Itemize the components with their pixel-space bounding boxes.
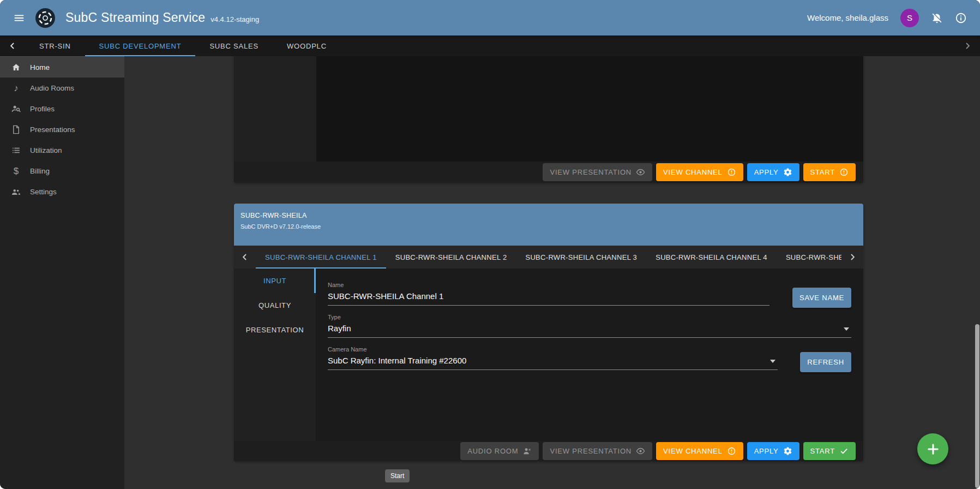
welcome-text: Welcome, sheila.glass <box>807 13 888 22</box>
chevron-left-icon[interactable] <box>234 246 256 269</box>
channel-tabs-scroller: SUBC-RWR-SHEILA CHANNEL 1 SUBC-RWR-SHEIL… <box>256 246 841 269</box>
channel-tab-1[interactable]: SUBC-RWR-SHEILA CHANNEL 1 <box>256 246 386 269</box>
chevron-down-icon <box>770 360 775 363</box>
alert-circle-icon <box>727 446 736 456</box>
org-tab-str-sin[interactable]: STR-SIN <box>25 35 85 56</box>
tab-input[interactable]: INPUT <box>234 269 316 293</box>
main-content: VIEW PRESENTATION VIEW CHANNEL APPLY STA… <box>124 56 980 489</box>
channel-tab-label: SUBC-RWR-SHEILA CHANNEL 2 <box>395 253 507 261</box>
avatar[interactable]: S <box>900 9 919 27</box>
sidebar-item-home[interactable]: Home <box>0 57 124 77</box>
sidebar: Home ♪ Audio Rooms Profiles Presentation… <box>0 56 124 489</box>
type-row: Type Rayfin <box>328 314 851 338</box>
sidebar-item-profiles[interactable]: Profiles <box>0 98 124 119</box>
start-button[interactable]: START <box>803 442 856 460</box>
sidebar-item-settings[interactable]: Settings <box>0 181 124 202</box>
sidebar-item-label: Audio Rooms <box>30 84 74 92</box>
input-form: Name SUBC-RWR-SHEILA Channel 1 SAVE NAME… <box>316 269 863 441</box>
device-card-top-body <box>234 56 863 162</box>
camera-name-select[interactable]: SubC Rayfin: Internal Training #22600 <box>328 356 778 370</box>
add-device-fab[interactable] <box>917 433 948 464</box>
app-bar: SubC Streaming Service v4.4.12-staging W… <box>0 0 980 35</box>
notifications-off-icon[interactable] <box>931 12 943 24</box>
sidebar-item-label: Utilization <box>30 146 62 154</box>
chevron-right-icon[interactable] <box>955 35 980 56</box>
audio-room-button[interactable]: AUDIO ROOM <box>460 442 539 460</box>
button-label: VIEW CHANNEL <box>663 168 723 176</box>
vertical-scrollbar[interactable] <box>975 324 979 488</box>
button-label: VIEW PRESENTATION <box>550 168 632 176</box>
view-presentation-button[interactable]: VIEW PRESENTATION <box>543 442 652 460</box>
device-card-top-sidecolumn <box>234 56 316 162</box>
name-label: Name <box>328 282 769 288</box>
device-card-footer: AUDIO ROOM VIEW PRESENTATION VIEW CHANNE… <box>234 441 863 461</box>
button-label: SAVE NAME <box>799 294 844 302</box>
info-icon[interactable] <box>955 12 967 24</box>
subc-logo <box>35 8 56 28</box>
chevron-down-icon <box>844 327 849 331</box>
apply-button[interactable]: APPLY <box>747 442 799 460</box>
person-search-icon <box>11 104 21 114</box>
view-presentation-button[interactable]: VIEW PRESENTATION <box>543 163 652 181</box>
channel-tab-label: SUBC-RWR-SHEILA CHANNEL 1 <box>265 253 377 261</box>
org-tab-label: SUBC SALES <box>209 42 258 50</box>
type-value: Rayfin <box>328 324 351 333</box>
name-input[interactable]: SUBC-RWR-SHEILA Channel 1 <box>328 291 769 306</box>
org-tab-label: STR-SIN <box>39 42 71 50</box>
channel-tab-label: SUBC-RWR-SHEILA CHANNEL 3 <box>525 253 637 261</box>
sidebar-item-label: Profiles <box>30 105 55 113</box>
alert-circle-icon <box>839 168 849 177</box>
channel-tab-label: SUBC-RWR-SHEILA CHANNEL 4 <box>656 253 767 261</box>
sidebar-item-label: Billing <box>30 167 50 175</box>
device-firmware: SubC DVR+D v7.12.0-release <box>241 223 857 230</box>
org-tab-label: SUBC DEVELOPMENT <box>99 42 182 50</box>
org-tab-label: WOODPLC <box>287 42 327 50</box>
app-version: v4.4.12-staging <box>211 15 259 23</box>
save-name-button[interactable]: SAVE NAME <box>792 288 851 308</box>
channel-tab-3[interactable]: SUBC-RWR-SHEILA CHANNEL 3 <box>516 246 646 269</box>
org-tab-subc-development[interactable]: SUBC DEVELOPMENT <box>85 35 196 56</box>
check-icon <box>839 446 849 456</box>
device-card-top-footer: VIEW PRESENTATION VIEW CHANNEL APPLY STA… <box>234 162 863 183</box>
refresh-button[interactable]: REFRESH <box>800 352 851 372</box>
app-title-group: SubC Streaming Service v4.4.12-staging <box>65 10 259 25</box>
sidebar-item-utilization[interactable]: Utilization <box>0 140 124 160</box>
channel-tab-5[interactable]: SUBC-RWR-SHEILA CHAN <box>777 246 841 269</box>
view-channel-button[interactable]: VIEW CHANNEL <box>656 163 743 181</box>
start-button[interactable]: START <box>803 163 856 181</box>
alert-circle-icon <box>727 168 736 177</box>
channel-tab-4[interactable]: SUBC-RWR-SHEILA CHANNEL 4 <box>646 246 777 269</box>
camera-name-row: Camera Name SubC Rayfin: Internal Traini… <box>328 346 851 370</box>
chevron-left-icon[interactable] <box>0 35 25 56</box>
music-note-icon: ♪ <box>11 83 21 93</box>
plus-icon <box>925 442 941 457</box>
sidebar-item-presentations[interactable]: Presentations <box>0 119 124 140</box>
device-card-top-preview-panel <box>316 56 863 162</box>
app-title: SubC Streaming Service <box>65 10 205 25</box>
tab-quality[interactable]: QUALITY <box>234 293 316 318</box>
type-select[interactable]: Rayfin <box>328 324 851 338</box>
sidebar-item-label: Settings <box>30 188 57 196</box>
org-tab-subc-sales[interactable]: SUBC SALES <box>195 35 273 56</box>
name-field-group: Name SUBC-RWR-SHEILA Channel 1 <box>328 282 769 306</box>
org-tab-woodplc[interactable]: WOODPLC <box>273 35 341 56</box>
sidebar-item-audio-rooms[interactable]: ♪ Audio Rooms <box>0 77 124 98</box>
sidebar-item-billing[interactable]: $ Billing <box>0 160 124 181</box>
app-bar-right: Welcome, sheila.glass S <box>807 9 967 27</box>
gear-icon <box>783 446 792 456</box>
view-channel-button[interactable]: VIEW CHANNEL <box>656 442 743 460</box>
channel-tab-bar: SUBC-RWR-SHEILA CHANNEL 1 SUBC-RWR-SHEIL… <box>234 246 863 269</box>
type-label: Type <box>328 314 851 320</box>
apply-button[interactable]: APPLY <box>747 163 799 181</box>
button-label: APPLY <box>754 168 779 176</box>
section-tab-label: PRESENTATION <box>246 326 304 334</box>
tab-presentation[interactable]: PRESENTATION <box>234 318 316 342</box>
channel-tab-2[interactable]: SUBC-RWR-SHEILA CHANNEL 2 <box>386 246 516 269</box>
home-icon <box>11 62 21 73</box>
audio-room-off-icon <box>522 446 532 456</box>
camera-name-value: SubC Rayfin: Internal Training #22600 <box>328 356 466 365</box>
menu-icon[interactable] <box>13 12 25 24</box>
section-tab-label: QUALITY <box>258 301 291 309</box>
sidebar-item-label: Presentations <box>30 126 75 134</box>
chevron-right-icon[interactable] <box>841 246 863 269</box>
